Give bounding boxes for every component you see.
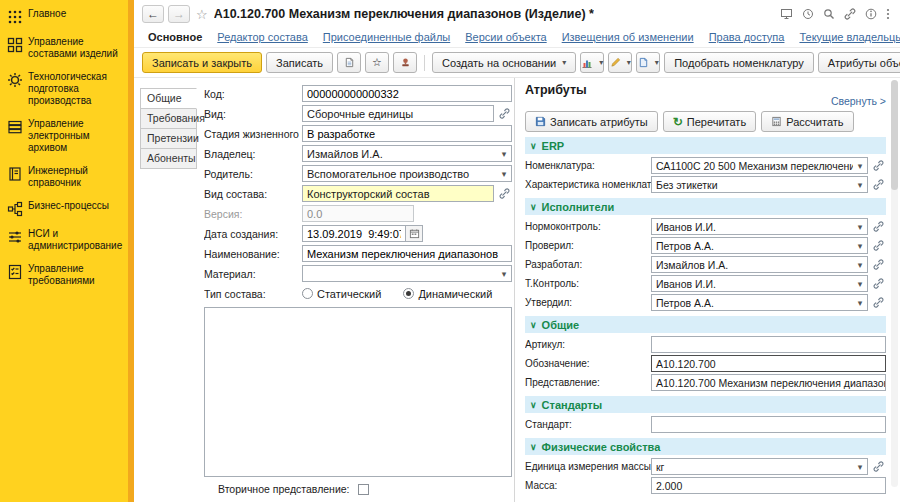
calendar-icon[interactable]: [406, 225, 423, 242]
sidebar-item-tech-preparation[interactable]: Технологическая подготовка производства: [7, 71, 122, 107]
chevron-down-icon[interactable]: ▾: [497, 166, 511, 181]
designation-field[interactable]: А10.120.700: [651, 355, 886, 372]
kind-field[interactable]: Сборочные единицы: [302, 105, 494, 122]
chevron-down-icon: ▾: [627, 58, 631, 67]
open-link-icon[interactable]: [871, 160, 886, 171]
tab-current-owners[interactable]: Текущие владельцы объекта: [799, 31, 900, 43]
tab-obshchie[interactable]: Общие: [140, 88, 197, 109]
section-header-common[interactable]: ∨ Общие: [525, 316, 886, 333]
calculate-button[interactable]: Рассчитать: [761, 111, 853, 132]
open-link-icon[interactable]: [871, 461, 886, 472]
nomenclature-characteristic-field[interactable]: Без этикетки▾: [651, 176, 868, 193]
chevron-down-icon[interactable]: ▾: [853, 238, 867, 253]
bom-type-radio-dynamic[interactable]: [403, 288, 414, 299]
chevron-down-icon[interactable]: ▾: [853, 257, 867, 272]
bom-kind-value: Конструкторский состав: [303, 188, 493, 200]
post-document-button[interactable]: [337, 52, 361, 73]
open-link-icon[interactable]: [871, 240, 886, 251]
checked-by-field[interactable]: Петров А.А.▾: [651, 237, 868, 254]
attributes-scrollbar[interactable]: [891, 80, 898, 487]
secondary-representation-checkbox[interactable]: [358, 484, 369, 495]
forward-button[interactable]: →: [168, 5, 190, 23]
history-clock-icon[interactable]: [802, 8, 814, 20]
open-link-icon[interactable]: [871, 278, 886, 289]
object-attributes-button[interactable]: Атрибуты объектов: [818, 52, 900, 73]
tab-object-versions[interactable]: Версии объекта: [465, 31, 546, 43]
open-link-icon[interactable]: [871, 179, 886, 190]
tab-access-rights[interactable]: Права доступа: [709, 31, 785, 43]
sidebar-item-business-processes[interactable]: Бизнес-процессы: [7, 200, 122, 217]
code-input[interactable]: [302, 85, 512, 102]
sidebar-scrollbar[interactable]: [128, 0, 134, 502]
link-icon[interactable]: [844, 8, 856, 20]
print-forms-button[interactable]: ▾: [636, 52, 660, 73]
section-header-physical[interactable]: ∨ Физические свойства: [525, 438, 886, 455]
sidebar-item-engineering-reference[interactable]: Инженерный справочник: [7, 165, 122, 189]
section-header-standards[interactable]: ∨ Стандарты: [525, 396, 886, 413]
sidebar-item-requirements-management[interactable]: Управление требованиями: [7, 263, 122, 287]
open-link-icon[interactable]: [871, 221, 886, 232]
section-header-executors[interactable]: ∨ Исполнители: [525, 198, 886, 215]
nomenclature-field[interactable]: СА1100С 20 500 Механизм переключения диа…: [651, 157, 868, 174]
mass-unit-field[interactable]: кг▾: [651, 458, 868, 475]
tab-trebovaniya[interactable]: Требования: [140, 108, 197, 129]
tcontrol-field[interactable]: Иванов И.И.▾: [651, 275, 868, 292]
back-button[interactable]: ←: [142, 5, 164, 23]
save-button[interactable]: Записать: [266, 52, 333, 73]
chevron-down-icon[interactable]: ▾: [853, 276, 867, 291]
normcontrol-field[interactable]: Иванов И.И.▾: [651, 218, 868, 235]
open-link-icon[interactable]: [497, 188, 512, 199]
chevron-down-icon[interactable]: ▾: [497, 266, 511, 281]
chevron-down-icon[interactable]: ▾: [853, 177, 867, 192]
name-input[interactable]: [302, 245, 512, 262]
sidebar-item-main[interactable]: Главное: [7, 8, 122, 25]
open-link-icon[interactable]: [497, 108, 512, 119]
sidebar-item-bom-management[interactable]: Управление составами изделий: [7, 36, 122, 60]
favorites-button[interactable]: ☆: [365, 52, 389, 73]
tab-osnovnoe[interactable]: Основное: [148, 31, 202, 43]
create-based-on-button[interactable]: Создать на основании▾: [432, 52, 576, 73]
section-header-erp[interactable]: ∨ ERP: [525, 137, 886, 154]
chevron-down-icon[interactable]: ▾: [853, 295, 867, 310]
material-field[interactable]: ▾: [302, 265, 512, 282]
standard-field[interactable]: [651, 416, 886, 433]
favorite-star-icon[interactable]: ☆: [196, 7, 208, 22]
stamp-button[interactable]: [393, 52, 417, 73]
monitor-icon[interactable]: [780, 8, 793, 20]
info-icon[interactable]: [865, 8, 877, 20]
tab-attached-files[interactable]: Присоединенные файлы: [323, 31, 450, 43]
article-field[interactable]: [651, 336, 886, 353]
edit-button[interactable]: ▾: [608, 52, 632, 73]
pick-nomenclature-button[interactable]: Подобрать номенклатуру: [664, 52, 814, 73]
mass-field[interactable]: 2.000: [651, 477, 886, 494]
open-link-icon[interactable]: [871, 259, 886, 270]
chevron-down-icon[interactable]: ▾: [853, 158, 867, 173]
presentation-field[interactable]: А10.120.700 Механизм переключения диапаз…: [651, 374, 886, 391]
search-icon[interactable]: [823, 8, 835, 20]
bom-type-radio-static[interactable]: [302, 288, 313, 299]
reread-button[interactable]: ↻Перечитать: [663, 111, 756, 132]
reports-button[interactable]: ▾: [580, 52, 604, 73]
sidebar-item-nsi-administration[interactable]: НСИ и администрирование: [7, 228, 122, 252]
description-textarea[interactable]: [204, 307, 512, 477]
open-link-icon[interactable]: [871, 297, 886, 308]
chevron-down-icon[interactable]: ▾: [497, 146, 511, 161]
bom-kind-field[interactable]: Конструкторский состав: [302, 185, 494, 202]
tab-change-notices[interactable]: Извещения об изменении: [562, 31, 694, 43]
sidebar-item-earchive[interactable]: Управление электронным архивом: [7, 118, 122, 154]
save-and-close-button[interactable]: Записать и закрыть: [142, 52, 262, 73]
kebab-menu-icon[interactable]: [886, 8, 890, 20]
parent-field[interactable]: Вспомогательное производство▾: [302, 165, 512, 182]
lifecycle-stage-input[interactable]: [302, 125, 512, 142]
tab-abonenty[interactable]: Абоненты: [140, 148, 197, 169]
owner-field[interactable]: Измайлов И.А.▾: [302, 145, 512, 162]
tab-pretenzii[interactable]: Претензии: [140, 128, 197, 149]
chevron-down-icon[interactable]: ▾: [853, 459, 867, 474]
write-attributes-button[interactable]: Записать атрибуты: [525, 111, 658, 132]
developed-by-field[interactable]: Измайлов И.А.▾: [651, 256, 868, 273]
approved-by-field[interactable]: Петров А.А.▾: [651, 294, 868, 311]
scrollbar-thumb[interactable]: [891, 80, 898, 190]
creation-date-input[interactable]: [302, 225, 406, 242]
chevron-down-icon[interactable]: ▾: [853, 219, 867, 234]
tab-composition-editor[interactable]: Редактор состава: [217, 31, 308, 43]
